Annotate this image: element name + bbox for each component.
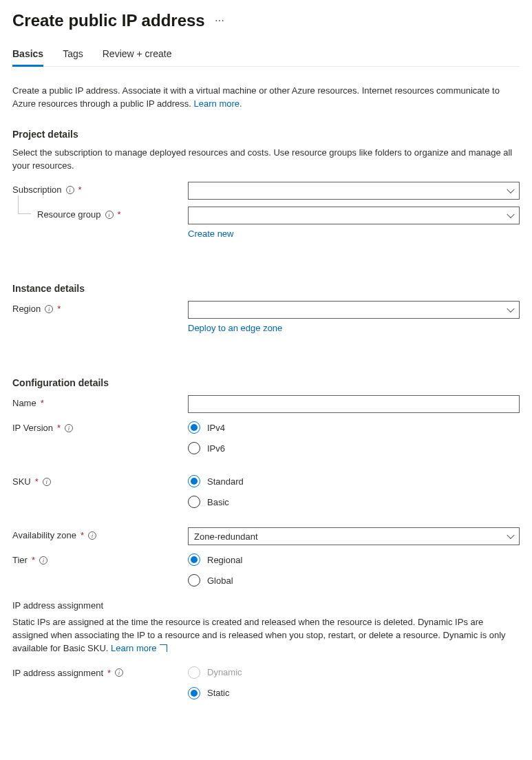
radio-tier-global-label: Global <box>207 576 233 586</box>
required-marker: * <box>32 555 35 565</box>
required-marker: * <box>41 398 44 408</box>
instance-details-heading: Instance details <box>12 283 520 294</box>
radio-bullet-icon <box>188 475 200 487</box>
radio-bullet-icon <box>188 496 200 508</box>
radio-bullet-icon <box>188 553 200 566</box>
required-marker: * <box>57 304 61 314</box>
required-marker: * <box>107 668 111 678</box>
intro-learn-more-link[interactable]: Learn more. <box>194 98 242 109</box>
radio-tier-regional-label: Regional <box>207 555 242 565</box>
required-marker: * <box>118 209 121 220</box>
radio-sku-basic-label: Basic <box>207 497 229 507</box>
radio-assign-dynamic: Dynamic <box>188 666 520 679</box>
radio-sku-standard[interactable]: Standard <box>188 475 520 487</box>
radio-sku-basic[interactable]: Basic <box>188 496 520 508</box>
chevron-down-icon <box>507 211 514 218</box>
info-icon[interactable]: i <box>43 478 51 486</box>
radio-ipv6[interactable]: IPv6 <box>188 442 520 454</box>
radio-bullet-icon <box>188 421 200 434</box>
region-select[interactable] <box>188 301 520 319</box>
radio-bullet-icon <box>188 442 200 454</box>
radio-sku-standard-label: Standard <box>207 476 244 487</box>
chevron-down-icon <box>507 531 514 539</box>
ip-assignment-learn-more-link[interactable]: Learn more <box>111 643 167 653</box>
chevron-down-icon <box>507 305 514 313</box>
info-icon[interactable]: i <box>66 186 74 194</box>
tab-bar: Basics Tags Review + create <box>12 48 520 67</box>
name-label: Name <box>12 398 36 408</box>
create-new-rg-link[interactable]: Create new <box>188 229 233 239</box>
radio-tier-global[interactable]: Global <box>188 574 520 587</box>
info-icon[interactable]: i <box>115 668 123 677</box>
info-icon[interactable]: i <box>88 531 96 540</box>
radio-ipv4-label: IPv4 <box>207 423 225 433</box>
ip-assignment-desc: Static IPs are assigned at the time the … <box>12 616 520 655</box>
ip-assignment-label: IP address assignment <box>12 668 103 678</box>
configuration-details-heading: Configuration details <box>12 377 520 388</box>
subscription-label: Subscription <box>12 184 62 195</box>
sku-label: SKU <box>12 476 31 487</box>
intro-body: Create a public IP address. Associate it… <box>12 85 500 109</box>
subscription-select[interactable] <box>188 182 520 200</box>
radio-ipv4[interactable]: IPv4 <box>188 421 520 434</box>
radio-assign-static[interactable]: Static <box>188 687 520 699</box>
more-actions-icon[interactable]: ⋯ <box>215 15 225 26</box>
required-marker: * <box>78 184 82 195</box>
radio-bullet-icon <box>188 687 200 699</box>
intro-text: Create a public IP address. Associate it… <box>12 85 520 111</box>
radio-ipv6-label: IPv6 <box>207 443 225 454</box>
deploy-edge-zone-link[interactable]: Deploy to an edge zone <box>188 323 282 333</box>
radio-bullet-icon <box>188 666 200 679</box>
page-title: Create public IP address <box>12 11 205 30</box>
tab-review-create[interactable]: Review + create <box>103 48 172 66</box>
info-icon[interactable]: i <box>65 424 73 432</box>
availability-zone-label: Availability zone <box>12 530 76 540</box>
info-icon[interactable]: i <box>39 556 47 564</box>
resource-group-select[interactable] <box>188 207 520 224</box>
ip-version-label: IP Version <box>12 423 53 433</box>
tier-label: Tier <box>12 555 28 565</box>
chevron-down-icon <box>507 186 514 193</box>
region-label: Region <box>12 304 41 314</box>
resource-group-label: Resource group <box>37 209 101 220</box>
radio-assign-dynamic-label: Dynamic <box>207 667 242 677</box>
tab-tags[interactable]: Tags <box>63 48 83 66</box>
required-marker: * <box>57 423 61 433</box>
availability-zone-value: Zone-redundant <box>194 531 258 542</box>
radio-bullet-icon <box>188 574 200 587</box>
info-icon[interactable]: i <box>105 211 114 219</box>
radio-assign-static-label: Static <box>207 688 230 698</box>
name-input[interactable] <box>188 395 520 413</box>
ip-assignment-desc-text: Static IPs are assigned at the time the … <box>12 617 506 653</box>
availability-zone-select[interactable]: Zone-redundant <box>188 527 520 545</box>
required-marker: * <box>35 476 39 487</box>
tab-basics[interactable]: Basics <box>12 48 43 66</box>
info-icon[interactable]: i <box>45 305 53 313</box>
project-details-desc: Select the subscription to manage deploy… <box>12 147 520 173</box>
project-details-heading: Project details <box>12 129 520 140</box>
required-marker: * <box>81 530 84 540</box>
ip-assignment-subhead: IP address assignment <box>12 600 520 611</box>
radio-tier-regional[interactable]: Regional <box>188 553 520 566</box>
